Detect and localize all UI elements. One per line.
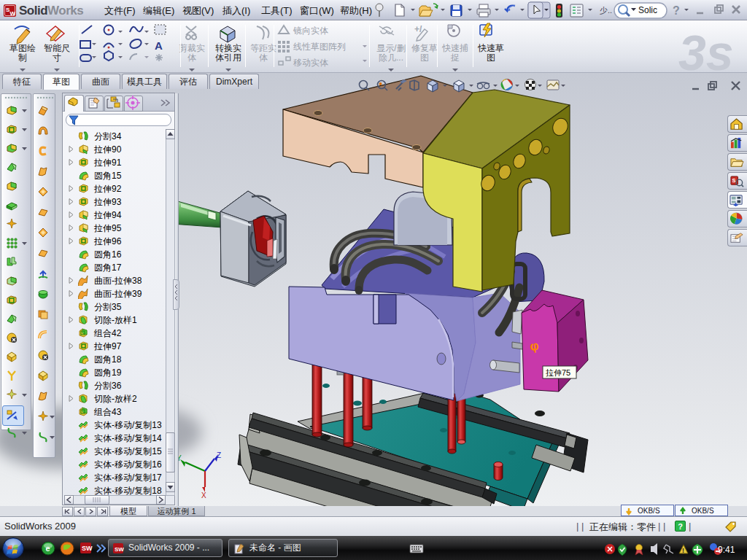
svg-text:少..: 少..	[600, 6, 612, 15]
svg-text:e: e	[46, 544, 50, 553]
svg-text:!: !	[682, 547, 684, 554]
svg-text:SolidWorks: SolidWorks	[19, 4, 83, 18]
svg-text:SW: SW	[115, 546, 124, 553]
svg-text:?: ?	[673, 4, 680, 17]
svg-text:A: A	[155, 39, 163, 52]
svg-text:Z: Z	[217, 451, 221, 459]
svg-text:W: W	[10, 10, 16, 17]
svg-text:Solic: Solic	[638, 5, 657, 15]
svg-text:拉伸75: 拉伸75	[546, 368, 570, 377]
svg-text:SW: SW	[82, 545, 93, 552]
svg-text:S: S	[732, 177, 735, 184]
svg-text:9:41: 9:41	[718, 545, 735, 555]
svg-text:X: X	[201, 491, 206, 499]
svg-text:3s: 3s	[678, 25, 734, 72]
